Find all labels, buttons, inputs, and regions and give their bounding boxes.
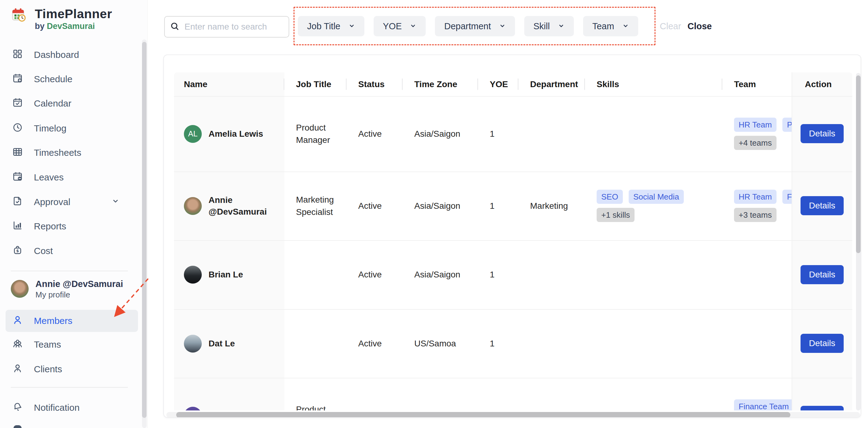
more-skills-tag: +1 skills bbox=[597, 208, 634, 222]
sidebar-item-leaves[interactable]: Leaves bbox=[0, 165, 142, 190]
details-button[interactable]: Details bbox=[801, 124, 844, 143]
status-cell: Active bbox=[346, 240, 403, 309]
table-horizontal-scrollbar-thumb[interactable] bbox=[176, 412, 790, 418]
chevron-down-icon bbox=[622, 21, 629, 31]
profile-subtitle: My profile bbox=[35, 290, 123, 300]
filter-chips: Job Title YOE Department Skill Team bbox=[298, 16, 638, 36]
column-header-name[interactable]: Name bbox=[174, 72, 284, 96]
member-name: Dat Le bbox=[209, 338, 235, 350]
header-separator bbox=[284, 78, 284, 90]
sidebar-item-schedule[interactable]: Schedule bbox=[0, 67, 142, 92]
sidebar-item-label: Members bbox=[34, 316, 72, 326]
sidebar-item-teams[interactable]: Teams bbox=[0, 332, 142, 357]
status-cell: Active bbox=[346, 309, 403, 378]
filter-skill[interactable]: Skill bbox=[524, 16, 574, 36]
bell-icon bbox=[12, 401, 23, 414]
close-filters-button[interactable]: Close bbox=[687, 16, 712, 36]
details-button[interactable]: Details bbox=[801, 196, 844, 215]
table-row: Dat Le Active US/Samoa 1 bbox=[174, 309, 852, 378]
sidebar-item-label: Schedule bbox=[34, 74, 72, 85]
sidebar-item-members[interactable]: Members bbox=[5, 310, 138, 332]
skill-tag: Social Media bbox=[629, 190, 684, 204]
calendar-clock-logo-icon bbox=[11, 7, 27, 24]
sidebar-item-calendar[interactable]: Calendar bbox=[0, 91, 142, 116]
sidebar-item-label: Leaves bbox=[34, 172, 64, 183]
member-name: Annie @DevSamurai bbox=[209, 194, 284, 218]
column-header-status[interactable]: Status bbox=[346, 72, 403, 96]
time-zone-cell: Asia/Saigon bbox=[403, 240, 478, 309]
filter-yoe[interactable]: YOE bbox=[374, 16, 426, 36]
department-cell bbox=[518, 96, 585, 171]
member-name: Amelia Lewis bbox=[209, 128, 263, 140]
table-vertical-scrollbar-thumb[interactable] bbox=[856, 75, 861, 253]
chevron-down-icon bbox=[410, 21, 416, 31]
profile-block[interactable]: Annie @DevSamurai My profile bbox=[11, 278, 123, 300]
sidebar-scrollbar-thumb[interactable] bbox=[142, 42, 147, 418]
sidebar-divider bbox=[11, 271, 128, 271]
row-border bbox=[174, 171, 852, 172]
sidebar-item-clients[interactable]: Clients bbox=[0, 357, 142, 382]
sidebar-item-timesheets[interactable]: Timesheets bbox=[0, 140, 142, 165]
user-icon bbox=[12, 315, 23, 327]
team-tag: Finance Team bbox=[734, 399, 792, 410]
profile-name: Annie @DevSamurai bbox=[35, 278, 123, 290]
column-header-job-title[interactable]: Job Title bbox=[284, 72, 346, 96]
header-separator bbox=[346, 78, 346, 90]
filter-label: Department bbox=[444, 21, 491, 31]
sidebar-item-label: Notification bbox=[34, 402, 80, 413]
calendar-minus-icon bbox=[12, 171, 23, 184]
chevron-down-icon bbox=[348, 21, 355, 31]
time-zone-cell: Asia/Saigon bbox=[403, 96, 478, 171]
filter-team[interactable]: Team bbox=[583, 16, 638, 36]
column-header-skills[interactable]: Skills bbox=[585, 72, 722, 96]
filter-department[interactable]: Department bbox=[435, 16, 515, 36]
team-cell: HR Team Finance Team +3 teams bbox=[722, 171, 792, 240]
chevron-down-icon bbox=[499, 21, 506, 31]
users-group-icon bbox=[12, 338, 23, 351]
job-title-cell: Product Manager bbox=[284, 96, 346, 171]
column-header-action[interactable]: Action bbox=[792, 72, 852, 96]
details-button[interactable]: Details bbox=[801, 406, 844, 410]
app-byline: by DevSamurai bbox=[35, 21, 112, 31]
sidebar-item-label: Dashboard bbox=[34, 50, 79, 60]
name-cell bbox=[174, 378, 284, 410]
sidebar-item-approval[interactable]: Approval bbox=[0, 190, 142, 214]
clock-icon bbox=[12, 122, 23, 135]
sidebar-item-label: Clients bbox=[34, 364, 62, 374]
sidebar-item-cost[interactable]: $ Cost bbox=[0, 239, 142, 263]
team-cell: HR Team Project B +4 teams bbox=[722, 96, 792, 171]
sidebar-item-notification[interactable]: Notification bbox=[0, 395, 142, 420]
time-zone-cell: US/Samoa bbox=[403, 309, 478, 378]
row-border bbox=[174, 309, 852, 310]
column-header-team[interactable]: Team bbox=[722, 72, 792, 96]
more-teams-tag: +4 teams bbox=[734, 136, 777, 150]
sidebar-item-label: Timesheets bbox=[34, 147, 81, 158]
department-cell: Marketing bbox=[518, 171, 585, 240]
sidebar-divider bbox=[11, 387, 128, 388]
column-header-time-zone[interactable]: Time Zone bbox=[403, 72, 478, 96]
sidebar-item-timelog[interactable]: Timelog bbox=[0, 116, 142, 141]
column-header-department[interactable]: Department bbox=[518, 72, 585, 96]
team-tag: Finance Team bbox=[782, 190, 792, 204]
member-name: Brian Le bbox=[209, 269, 243, 281]
sidebar-item-partial[interactable] bbox=[13, 425, 22, 428]
filter-job-title[interactable]: Job Title bbox=[298, 16, 364, 36]
sidebar-item-label: Calendar bbox=[34, 98, 71, 109]
job-title-cell: Marketing Specialist bbox=[284, 171, 346, 240]
details-button[interactable]: Details bbox=[801, 334, 844, 353]
sidebar-item-reports[interactable]: Reports bbox=[0, 214, 142, 239]
avatar-initials: AL bbox=[188, 129, 198, 138]
table-header: Name Job Title Status Time Zone YOE Depa… bbox=[174, 72, 852, 96]
sidebar-item-dashboard[interactable]: Dashboard bbox=[0, 42, 142, 67]
sidebar-item-label: Cost bbox=[34, 246, 53, 256]
filter-label: Job Title bbox=[307, 21, 340, 31]
column-header-yoe[interactable]: YOE bbox=[478, 72, 518, 96]
more-teams-tag: +3 teams bbox=[734, 208, 777, 222]
action-column: Action Details Details Details Details D… bbox=[792, 72, 852, 410]
search-input[interactable] bbox=[184, 22, 284, 32]
details-button[interactable]: Details bbox=[801, 265, 844, 284]
table-grid-icon bbox=[12, 146, 23, 159]
header-separator bbox=[477, 78, 478, 90]
search-icon bbox=[170, 21, 180, 32]
clear-filters-button[interactable]: Clear bbox=[660, 16, 681, 36]
